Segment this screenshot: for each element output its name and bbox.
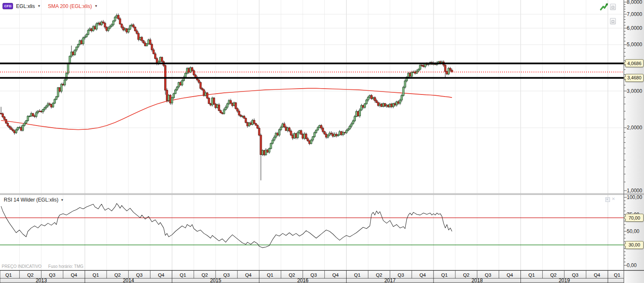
timezone-label: Fuso horário: TMG — [48, 264, 84, 269]
quarter-label: Q3 — [136, 273, 142, 278]
quarter-label: Q1 — [354, 273, 360, 278]
quarter-label: Q4 — [419, 273, 426, 278]
chevron-down-icon[interactable]: ▼ — [60, 198, 64, 202]
footer-note: PREÇO INDICATIVO Fuso horário: TMG — [2, 264, 84, 269]
year-label: 2018 — [471, 278, 483, 283]
quarter-label: Q2 — [202, 273, 208, 278]
quarter-label: Q2 — [114, 273, 121, 278]
rsi-line — [1, 204, 452, 248]
quarter-label: Q1 — [528, 273, 535, 278]
quarter-label: Q2 — [27, 273, 34, 278]
quarter-label: Q4 — [332, 273, 339, 278]
panel-dividers — [0, 194, 644, 283]
quarter-label: Q4 — [507, 273, 513, 278]
trend-arrow-icon[interactable] — [599, 3, 609, 12]
price-axis-ticks — [624, 0, 627, 283]
quarter-label: Q1 — [5, 273, 12, 278]
chevron-down-icon[interactable]: ▼ — [37, 4, 41, 8]
horizontal-level-lines — [0, 63, 624, 78]
price-level-tag[interactable]: 3,4680 — [625, 74, 644, 82]
quarter-label: Q2 — [289, 273, 295, 278]
indicative-price-label: PREÇO INDICATIVO — [2, 264, 42, 269]
year-label: 2016 — [297, 278, 308, 283]
quarter-label: Q1 — [614, 273, 620, 278]
rsi-level-tag: 30,00 — [625, 241, 644, 249]
year-label: 2019 — [559, 278, 570, 283]
quarter-label: Q1 — [267, 273, 273, 278]
instrument-header: CFD EGL:xlis ▼ SMA 200 (EGL:xlis) ▼ — [3, 3, 98, 9]
rsi-close-icon[interactable]: ✕ — [612, 197, 615, 201]
quarter-label: Q4 — [158, 273, 165, 278]
candlestick-series — [0, 13, 452, 180]
quarter-label: Q4 — [71, 273, 77, 278]
quarter-label: Q3 — [398, 273, 404, 278]
quarter-label: Q2 — [550, 273, 557, 278]
year-label: 2017 — [384, 278, 396, 283]
rsi-level-tag: 70,00 — [625, 214, 644, 222]
quarter-label: Q3 — [310, 273, 317, 278]
year-label: 2014 — [123, 278, 134, 283]
quarter-label: Q1 — [92, 273, 99, 278]
chart-window: Q1Q2Q3Q42013Q1Q2Q3Q42014Q1Q2Q3Q42015Q1Q2… — [0, 0, 644, 283]
cfd-badge: CFD — [3, 3, 13, 9]
gridlines — [0, 0, 624, 270]
quarter-label: Q3 — [49, 273, 55, 278]
quarter-label: Q2 — [376, 273, 382, 278]
year-label: 2015 — [210, 278, 221, 283]
chevron-down-icon[interactable]: ▼ — [95, 4, 98, 8]
symbol-label[interactable]: EGL:xlis — [16, 3, 35, 9]
timeline: Q1Q2Q3Q42013Q1Q2Q3Q42014Q1Q2Q3Q42015Q1Q2… — [0, 270, 620, 283]
quarter-label: Q1 — [441, 273, 447, 278]
panel-tool-button[interactable] — [610, 18, 616, 24]
panel-collapse-button[interactable] — [610, 4, 616, 10]
quarter-label: Q1 — [180, 273, 186, 278]
price-level-tag[interactable]: 4,0686 — [625, 59, 644, 67]
sma-indicator-label[interactable]: SMA 200 (EGL:xlis) — [48, 3, 92, 9]
quarter-label: Q2 — [463, 273, 469, 278]
quarter-label: Q3 — [572, 273, 578, 278]
rsi-header: RSI 14 Wilder (EGL:xlis) ▼ — [4, 197, 64, 203]
quarter-label: Q4 — [594, 273, 600, 278]
quarter-label: Q3 — [223, 273, 230, 278]
quarter-label: Q3 — [485, 273, 491, 278]
rsi-restore-icon[interactable] — [605, 197, 610, 202]
year-label: 2013 — [36, 278, 47, 283]
rsi-indicator-label[interactable]: RSI 14 Wilder (EGL:xlis) — [4, 197, 58, 203]
quarter-label: Q4 — [245, 273, 252, 278]
chart-canvas[interactable]: Q1Q2Q3Q42013Q1Q2Q3Q42014Q1Q2Q3Q42015Q1Q2… — [0, 0, 644, 283]
